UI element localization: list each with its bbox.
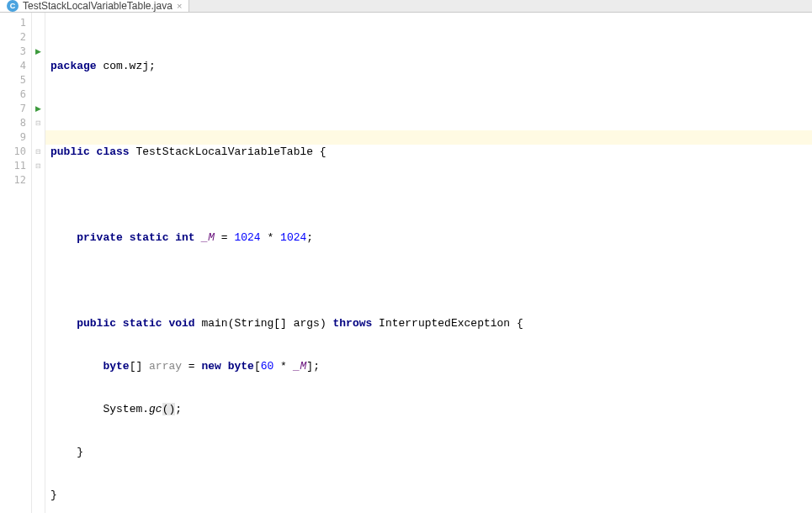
file-tab[interactable]: C TestStackLocalVariableTable.java × (0, 0, 189, 12)
class-icon: C (7, 0, 19, 12)
gutter-markers[interactable]: ▶▶⊟⊟⊟ (32, 13, 45, 513)
current-line-highlight (45, 130, 812, 145)
gutter-line-numbers: 123456789101112 (0, 13, 32, 513)
close-icon[interactable]: × (177, 1, 182, 11)
editor-tabbar: C TestStackLocalVariableTable.java × (0, 0, 812, 13)
code-area[interactable]: package com.wzj; public class TestStackL… (45, 13, 812, 513)
file-tab-title: TestStackLocalVariableTable.java (23, 0, 172, 12)
editor: 123456789101112 ▶▶⊟⊟⊟ package com.wzj; p… (0, 13, 812, 513)
